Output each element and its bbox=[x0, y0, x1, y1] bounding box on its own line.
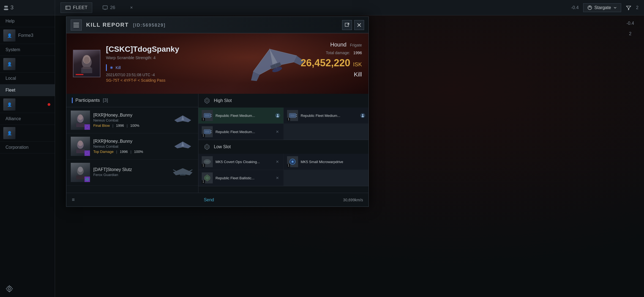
fleet-tab-label: FLEET bbox=[73, 5, 88, 10]
destroy-icon-1[interactable]: ✕ bbox=[275, 129, 280, 134]
right-panel: -0.4 2 bbox=[616, 15, 644, 297]
participant-ship-1 bbox=[172, 113, 194, 127]
low-slot-item-3[interactable]: 1 Republic Fleet Ballistic... ✕ bbox=[198, 170, 283, 186]
svg-line-65 bbox=[211, 131, 212, 131]
svg-rect-52 bbox=[205, 114, 209, 117]
security-status: -0.4 bbox=[571, 5, 579, 10]
low-slot-item-2[interactable]: 1 MK5 Small Microwarpdrive bbox=[284, 154, 369, 170]
kill-stats: Hound Frigate Total damage: 1996 26,452,… bbox=[301, 42, 362, 78]
low-slot-icon bbox=[203, 143, 211, 151]
tab-close[interactable]: × bbox=[125, 2, 138, 13]
svg-marker-38 bbox=[86, 152, 89, 155]
low-slot-item-1[interactable]: 1 MK5 Covert Ops Cloaking... ✕ bbox=[198, 154, 283, 170]
top-bar-right: -0.4 Stargate 2 bbox=[571, 3, 638, 12]
top-navigation-bar: FLEET 26 × -0.4 Stargate 2 bbox=[55, 0, 644, 15]
kill-body: Participants [3] bbox=[66, 94, 369, 193]
high-slot-header: High Slot bbox=[198, 94, 369, 108]
participant-corp-1: Nereus Combat bbox=[93, 118, 168, 122]
corp-badge-3 bbox=[84, 177, 90, 182]
svg-marker-68 bbox=[206, 145, 208, 148]
sidebar-item-system[interactable]: System bbox=[0, 44, 55, 56]
stargate-icon bbox=[587, 5, 592, 10]
stargate-label: Stargate bbox=[594, 5, 611, 10]
avatar-3: 👤 bbox=[3, 98, 15, 111]
low-slot-item-3-name: Republic Fleet Ballistic... bbox=[215, 176, 272, 180]
sidebar-item-alliance[interactable]: Alliance bbox=[0, 113, 55, 125]
chat-count: 2 bbox=[636, 5, 638, 10]
tab-fleet[interactable]: FLEET bbox=[61, 2, 92, 13]
settings-row[interactable] bbox=[0, 280, 55, 297]
right-stat-2: 2 bbox=[629, 31, 632, 36]
high-slot-item-1-name: Republic Fleet Medium... bbox=[215, 114, 272, 118]
svg-line-54 bbox=[211, 116, 212, 117]
screen-count: 26 bbox=[110, 5, 115, 10]
sidebar-item-help[interactable]: Help bbox=[0, 15, 55, 27]
svg-rect-31 bbox=[76, 123, 84, 127]
destroy-icon-3[interactable]: ✕ bbox=[275, 175, 280, 181]
participant-info-2: [RXR]Honey..Bunny Nereus Combat Top Dama… bbox=[93, 139, 168, 154]
high-slot-item-2[interactable]: 1 Republic Fleet Medium... bbox=[284, 108, 369, 123]
svg-line-60 bbox=[296, 116, 297, 117]
pilot-face-svg bbox=[76, 53, 98, 75]
external-link-button[interactable] bbox=[342, 20, 352, 30]
sidebar: 3 Help 👤 Forme3 System 👤 Local Fleet 👤 A… bbox=[0, 0, 55, 297]
high-slot-item-1[interactable]: 1 Republic Fleet Medium... bbox=[198, 108, 283, 123]
notification-dot bbox=[48, 103, 50, 106]
tab-screens[interactable]: 26 bbox=[98, 2, 120, 13]
svg-marker-44 bbox=[86, 178, 89, 181]
svg-point-62 bbox=[362, 116, 364, 117]
sidebar-item-local[interactable]: Local bbox=[0, 73, 55, 84]
svg-point-55 bbox=[277, 114, 278, 116]
damage-label: Total damage: 1996 bbox=[301, 51, 362, 55]
participant-avatar-2 bbox=[71, 137, 90, 156]
close-button[interactable] bbox=[354, 20, 364, 30]
pilot-indicator-2 bbox=[360, 113, 365, 118]
stargate-selector[interactable]: Stargate bbox=[583, 3, 621, 12]
participants-title: Participants [3] bbox=[72, 98, 108, 103]
participant-corp-2: Nereus Combat bbox=[93, 144, 168, 148]
participant-1[interactable]: [RXR]Honey..Bunny Nereus Combat Final Bl… bbox=[66, 107, 198, 133]
svg-marker-67 bbox=[205, 144, 209, 150]
destroy-icon-2[interactable]: ✕ bbox=[275, 159, 280, 164]
svg-line-47 bbox=[173, 170, 176, 171]
bottom-menu-icon[interactable]: ≡ bbox=[72, 197, 75, 203]
high-slot-item-3-name: Republic Fleet Medium... bbox=[215, 130, 272, 134]
svg-point-30 bbox=[78, 114, 83, 120]
ship-name-display: Hound Frigate bbox=[301, 42, 362, 48]
participant-ship-2 bbox=[172, 139, 194, 153]
participant-2[interactable]: [RXR]Honey..Bunny Nereus Combat Top Dama… bbox=[66, 133, 198, 160]
svg-point-4 bbox=[8, 288, 10, 290]
item-icon-2: 1 bbox=[287, 110, 298, 121]
sidebar-item-fleet[interactable]: Fleet bbox=[0, 84, 55, 96]
svg-point-74 bbox=[292, 161, 293, 163]
high-slot-item-3[interactable]: 1 Republic Fleet Medium... ✕ bbox=[198, 124, 283, 140]
kill-banner: [CSKC]TdogSpanky Warp Scramble Strength:… bbox=[66, 33, 369, 94]
user-count: 3 bbox=[3, 4, 13, 11]
hamburger-button[interactable] bbox=[71, 20, 82, 31]
participants-panel: Participants [3] bbox=[66, 94, 198, 193]
participant-3[interactable]: [DAFT]Stoney Slutz Ferox Guardian bbox=[66, 160, 198, 186]
modal-bottom-bar: ≡ Send 30,699km/s bbox=[66, 193, 369, 207]
low-item-icon-1: 1 bbox=[202, 156, 213, 167]
svg-point-61 bbox=[362, 114, 364, 116]
kill-report-modal: KILL REPORT [ID:5695829] bbox=[66, 16, 369, 207]
svg-rect-11 bbox=[345, 23, 348, 26]
filter-icon[interactable] bbox=[626, 5, 632, 11]
modal-title-bar: KILL REPORT [ID:5695829] bbox=[66, 17, 369, 33]
equipment-panel: High Slot 1 bbox=[198, 94, 369, 193]
send-button[interactable]: Send bbox=[204, 197, 214, 202]
participant-avatar-3 bbox=[71, 163, 90, 182]
avatar-1: 👤 bbox=[3, 29, 15, 42]
participant-stats-2: Top Damage | 1996 | 100% bbox=[93, 150, 168, 154]
participant-info-1: [RXR]Honey..Bunny Nereus Combat Final Bl… bbox=[93, 113, 168, 128]
svg-point-42 bbox=[78, 167, 83, 172]
low-item-icon-2: 1 bbox=[287, 156, 298, 167]
svg-line-48 bbox=[190, 170, 192, 171]
hamburger-line-1 bbox=[73, 23, 79, 23]
svg-line-53 bbox=[211, 114, 212, 115]
svg-rect-64 bbox=[205, 131, 209, 133]
sidebar-item-forme3[interactable]: Forme3 bbox=[18, 33, 33, 38]
sidebar-item-corporation[interactable]: Corporation bbox=[0, 142, 55, 153]
low-slot-header: Low Slot bbox=[198, 140, 369, 154]
svg-rect-58 bbox=[290, 114, 295, 117]
